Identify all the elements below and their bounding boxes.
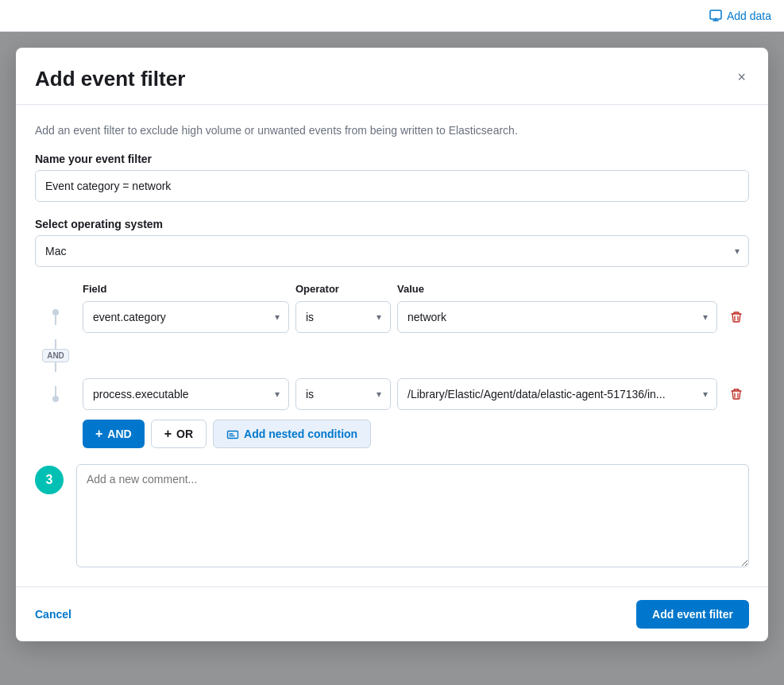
- conditions-rows: event.category ▾ is ▾ networ: [35, 301, 749, 410]
- field-col-label: Field: [83, 283, 289, 295]
- modal-body: Add an event filter to exclude high volu…: [16, 105, 768, 586]
- connector-line-top: [55, 315, 56, 325]
- field1-select[interactable]: event.category: [83, 301, 289, 333]
- operator1-select[interactable]: is: [295, 301, 391, 333]
- value2-wrapper: /Library/Elastic/Agent/data/elastic-agen…: [397, 378, 717, 410]
- nested-btn-label: Add nested condition: [244, 428, 357, 440]
- field1-wrapper: event.category ▾: [83, 301, 289, 333]
- operator1-wrapper: is ▾: [295, 301, 391, 333]
- trash1-icon: [730, 311, 743, 323]
- conditions-section: Field Operator Value event.ca: [35, 283, 749, 448]
- modal: Add event filter × Add an event filter t…: [16, 48, 768, 641]
- modal-title: Add event filter: [35, 67, 185, 91]
- or-plus-icon: +: [164, 427, 172, 441]
- submit-button[interactable]: Add event filter: [636, 600, 749, 629]
- and-connector-container: AND: [35, 339, 76, 372]
- or-btn-label: OR: [176, 428, 193, 440]
- add-data-icon: [709, 10, 722, 22]
- and-btn-label: AND: [107, 428, 131, 440]
- condition-actions: + AND + OR Add nes: [35, 420, 749, 448]
- trash2-icon: [730, 388, 743, 401]
- and-plus-icon: +: [95, 427, 102, 441]
- row2-connector: [35, 386, 76, 402]
- add-nested-button[interactable]: Add nested condition: [213, 420, 371, 448]
- cancel-button[interactable]: Cancel: [35, 602, 71, 627]
- svg-rect-1: [228, 431, 238, 438]
- table-row: process.executable ▾ is ▾ /L: [35, 378, 749, 410]
- field2-select[interactable]: process.executable: [83, 378, 289, 410]
- top-bar: Add data: [0, 0, 784, 32]
- delete1-wrapper: [724, 308, 749, 327]
- os-select[interactable]: Mac Windows Linux: [35, 235, 749, 267]
- delete2-wrapper: [724, 385, 749, 404]
- value-col-label: Value: [397, 283, 711, 295]
- connector-dot: [52, 309, 59, 315]
- conditions-header: Field Operator Value: [35, 283, 749, 301]
- or-button[interactable]: + OR: [151, 420, 207, 448]
- and-button[interactable]: + AND: [83, 420, 145, 448]
- add-data-button[interactable]: Add data: [709, 10, 771, 22]
- operator2-wrapper: is ▾: [295, 378, 391, 410]
- and-line-bottom: [55, 362, 56, 372]
- add-data-label: Add data: [727, 10, 771, 22]
- and-connector-row: AND: [35, 339, 749, 372]
- modal-header: Add event filter ×: [16, 48, 768, 105]
- delete2-button[interactable]: [727, 385, 746, 404]
- os-label: Select operating system: [35, 218, 749, 230]
- table-row: event.category ▾ is ▾ networ: [35, 301, 749, 333]
- os-group: Select operating system Mac Windows Linu…: [35, 218, 749, 267]
- operator2-select[interactable]: is: [295, 378, 391, 410]
- value1-select[interactable]: network: [397, 301, 717, 333]
- name-input[interactable]: [35, 170, 749, 202]
- and-line-top: [55, 339, 56, 349]
- and-badge: AND: [42, 349, 69, 362]
- comment-section: 3: [35, 464, 749, 567]
- step3-badge: 3: [35, 466, 64, 494]
- name-group: Name your event filter: [35, 153, 749, 202]
- value1-wrapper: network ▾: [397, 301, 717, 333]
- operator-col-label: Operator: [295, 283, 391, 295]
- row1-connector: [35, 309, 76, 325]
- connector-line-bot: [55, 386, 56, 396]
- close-button[interactable]: ×: [734, 67, 749, 87]
- nested-icon: [226, 427, 239, 440]
- name-label: Name your event filter: [35, 153, 749, 165]
- os-select-wrapper: Mac Windows Linux ▾: [35, 235, 749, 267]
- connector-dot2: [52, 396, 59, 402]
- modal-description: Add an event filter to exclude high volu…: [35, 124, 749, 137]
- modal-overlay: Add event filter × Add an event filter t…: [0, 32, 784, 685]
- delete1-button[interactable]: [727, 308, 746, 327]
- field2-wrapper: process.executable ▾: [83, 378, 289, 410]
- value2-select[interactable]: /Library/Elastic/Agent/data/elastic-agen…: [397, 378, 717, 410]
- modal-footer: Cancel Add event filter: [16, 586, 768, 641]
- comment-textarea[interactable]: [76, 464, 749, 567]
